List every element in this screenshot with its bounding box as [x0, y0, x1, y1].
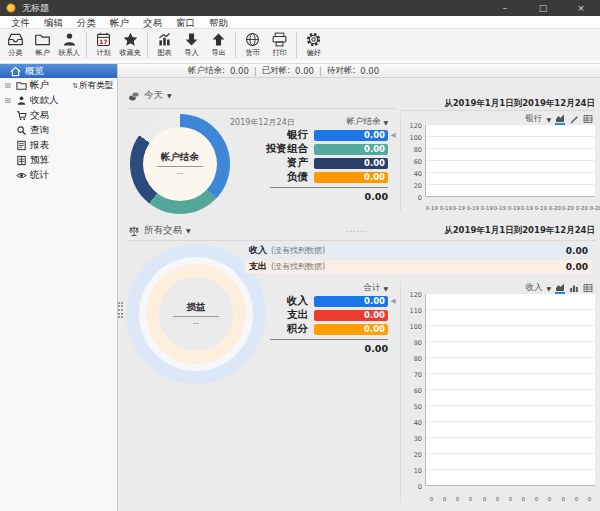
- calendar-icon: 17: [95, 31, 112, 48]
- menu-edit[interactable]: 编辑: [37, 16, 70, 29]
- chevron-down-icon: ▼: [546, 285, 551, 292]
- balance-label: 帐户结余:: [188, 65, 225, 77]
- y-tick-label: 70: [403, 367, 422, 383]
- y-tick-label: 50: [403, 399, 422, 415]
- y-tick-label: 40: [403, 168, 422, 180]
- donut-value: --: [193, 319, 199, 328]
- sidebar-item-statistics[interactable]: 统计: [0, 168, 117, 183]
- toolbar-favorites-button[interactable]: 收藏夹: [117, 31, 144, 58]
- points-value-bar: 0.00: [314, 324, 388, 335]
- arrow-up-icon: [210, 31, 227, 48]
- table-view-icon[interactable]: [583, 114, 593, 124]
- menu-file[interactable]: 文件: [4, 16, 37, 29]
- x-axis-labels: 0-190-190-190-190-190-190-190-190-190-20…: [425, 204, 596, 211]
- y-axis-labels: 120100806040200: [403, 120, 425, 204]
- table-view-icon[interactable]: [583, 283, 593, 293]
- today-section-header[interactable]: 今天 ▼: [128, 89, 172, 102]
- divider: [128, 108, 396, 109]
- arrow-down-icon: [183, 31, 200, 48]
- folder-icon: [16, 80, 27, 91]
- menu-transactions[interactable]: 交易: [136, 16, 169, 29]
- x-tick-label: 0: [584, 495, 596, 501]
- y-tick-label: 80: [403, 144, 422, 156]
- totals-type-dropdown[interactable]: 合计 ▼: [363, 282, 388, 294]
- reconciled-value: 0.00: [295, 66, 314, 76]
- sidebar-item-overview[interactable]: 概览: [0, 64, 117, 78]
- portfolio-value-bar: 0.00: [314, 144, 388, 155]
- menu-help[interactable]: 帮助: [202, 16, 235, 29]
- coins-icon: [128, 90, 140, 102]
- ledger-icon: [16, 155, 27, 166]
- x-tick-label: 0-20: [548, 204, 560, 210]
- summary-type-dropdown[interactable]: 帐户结余 ▼: [346, 116, 388, 128]
- sidebar-item-search[interactable]: 查询: [0, 123, 117, 138]
- chart-series-dropdown[interactable]: 银行: [525, 113, 542, 125]
- transactions-section-header[interactable]: 所有交易 ▼: [128, 224, 191, 237]
- toolbar-export-button[interactable]: 导出: [205, 31, 232, 58]
- line-chart-icon[interactable]: [569, 114, 579, 124]
- area-chart-icon[interactable]: [555, 113, 565, 125]
- maximize-button[interactable]: □: [524, 0, 562, 16]
- balance-summary: 2019年12月24日 帐户结余 ▼ 银行 0.00 ◀ 投资组合 0.00: [230, 116, 398, 202]
- x-tick-label: 0-20: [562, 204, 574, 210]
- pending-label: 待对帐:: [327, 65, 355, 77]
- toolbar-print-button[interactable]: 打印: [266, 31, 293, 58]
- star-icon: [122, 31, 139, 48]
- expander-icon[interactable]: ⊞: [3, 96, 12, 105]
- close-button[interactable]: ×: [562, 0, 600, 16]
- total-divider: [270, 187, 388, 188]
- toolbar-charts-button[interactable]: 图表: [151, 31, 178, 58]
- x-tick-label: 0: [518, 495, 530, 501]
- transactions-date-range: 从2019年1月1日到2019年12月24日: [444, 225, 595, 237]
- y-tick-label: 20: [403, 447, 422, 463]
- chart-series-dropdown[interactable]: 收入: [525, 282, 542, 294]
- chart-plot-area: [425, 294, 595, 486]
- menu-categories[interactable]: 分类: [70, 16, 103, 29]
- x-tick-label: 0-19: [494, 204, 506, 210]
- sidebar-item-transactions[interactable]: 交易: [0, 108, 117, 123]
- selected-row-marker-icon: ◀: [388, 297, 398, 305]
- bar-chart-icon[interactable]: [569, 283, 579, 293]
- y-tick-label: 60: [403, 156, 422, 168]
- scales-icon: [128, 225, 140, 237]
- toolbar-contacts-button[interactable]: 联系人: [56, 31, 83, 58]
- toolbar-preferences-button[interactable]: 偏好: [300, 31, 327, 58]
- x-tick-label: 0: [544, 495, 556, 501]
- bank-value-bar: 0.00: [314, 130, 388, 141]
- splitter-handle[interactable]: [118, 302, 123, 318]
- cart-icon: [16, 110, 27, 121]
- x-tick-label: 0-19: [507, 204, 519, 210]
- toolbar-schedule-button[interactable]: 17 计划: [90, 31, 117, 58]
- x-tick-label: 0: [465, 495, 477, 501]
- y-tick-label: 90: [403, 335, 422, 351]
- toolbar-import-button[interactable]: 导入: [178, 31, 205, 58]
- y-axis-labels: 1201101009080706050403020100: [403, 287, 425, 495]
- toolbar-accounts-button[interactable]: 帐户: [29, 31, 56, 58]
- summary-row-income: 收入 0.00 ◀: [230, 294, 398, 308]
- sidebar-item-budget[interactable]: 预算: [0, 153, 117, 168]
- account-type-filter[interactable]: ⇅ 所有类型: [72, 80, 113, 92]
- expander-icon[interactable]: ⊞: [3, 81, 12, 90]
- bank-balance-chart: 银行 ▼ 120100806040200 0-190-190-190-190-1…: [400, 113, 597, 211]
- y-tick-label: 100: [403, 132, 422, 144]
- x-tick-label: 0-20: [576, 204, 588, 210]
- sidebar-item-accounts[interactable]: ⊞ 帐户 ⇅ 所有类型: [0, 78, 117, 93]
- toolbar-categories-button[interactable]: 分类: [2, 31, 29, 58]
- toolbar-separator: [296, 32, 297, 58]
- selected-row-marker-icon: ◀: [388, 131, 398, 139]
- menu-window[interactable]: 窗口: [169, 16, 202, 29]
- sidebar-item-label: 查询: [30, 124, 49, 137]
- y-tick-label: 10: [403, 463, 422, 479]
- toolbar-currency-button[interactable]: 货币: [239, 31, 266, 58]
- menu-accounts[interactable]: 帐户: [103, 16, 136, 29]
- x-tick-label: 0: [478, 495, 490, 501]
- area-chart-icon[interactable]: [555, 282, 565, 294]
- summary-row-bank: 银行 0.00 ◀: [230, 128, 398, 142]
- sidebar-item-label: 统计: [30, 169, 49, 182]
- donut-label: 帐户结余: [161, 151, 199, 164]
- x-tick-label: 0: [570, 495, 582, 501]
- toolbar: 分类 帐户 联系人 17 计划 收藏夹 图表 导入 导出: [0, 29, 600, 60]
- sidebar-item-reports[interactable]: 报表: [0, 138, 117, 153]
- sidebar-item-payees[interactable]: ⊞ 收款人: [0, 93, 117, 108]
- minimize-button[interactable]: –: [486, 0, 524, 16]
